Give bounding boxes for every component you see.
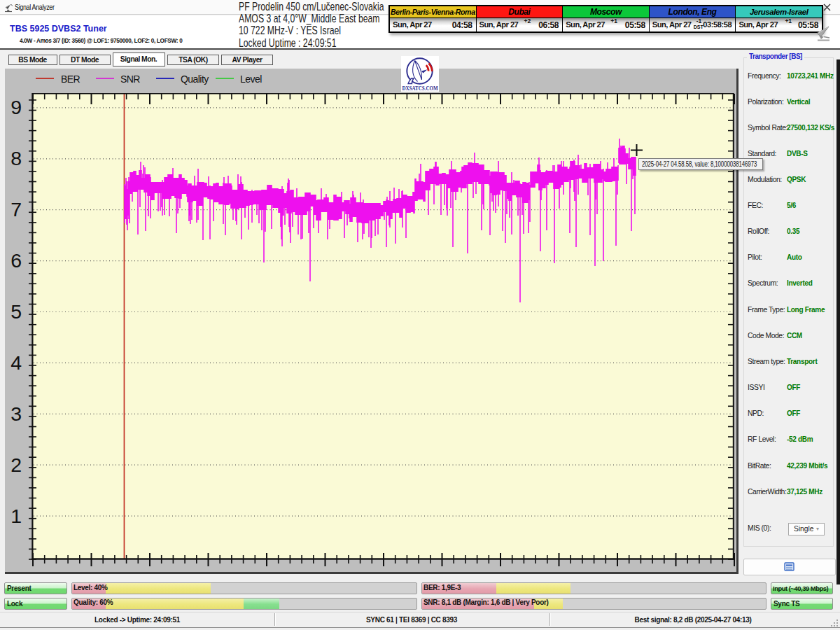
svg-text:8: 8 [10,147,22,169]
svg-text:6: 6 [10,249,22,272]
svg-text:7: 7 [10,198,22,220]
svg-text:2: 2 [10,454,22,476]
svg-text:3: 3 [10,402,22,425]
svg-text:5: 5 [10,300,22,323]
svg-text:1: 1 [10,505,22,527]
svg-text:4: 4 [10,351,22,374]
svg-text:9: 9 [10,96,22,118]
svg-text:DXSATCS.COM: DXSATCS.COM [402,85,438,92]
